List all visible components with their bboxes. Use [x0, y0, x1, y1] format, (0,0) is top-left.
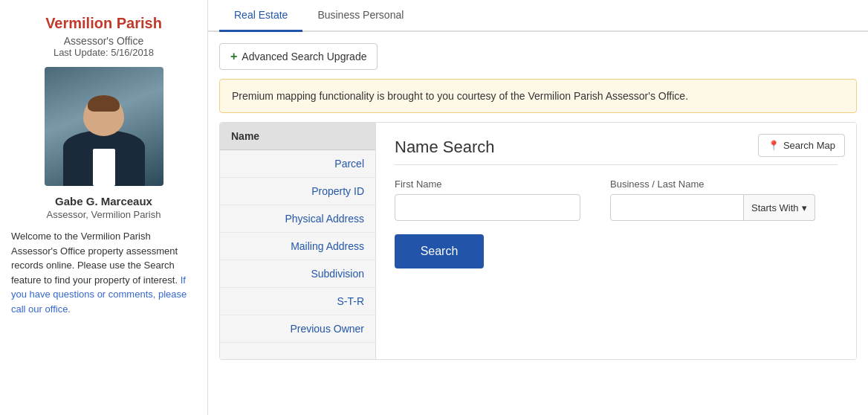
- nav-item-subdivision[interactable]: Subdivision: [220, 260, 375, 288]
- last-name-group: Business / Last Name Starts With ▾: [610, 178, 815, 221]
- nav-item-str[interactable]: S-T-R: [220, 288, 375, 315]
- advanced-search-button[interactable]: + Advanced Search Upgrade: [219, 43, 378, 70]
- search-map-label: Search Map: [783, 140, 835, 151]
- last-update: Last Update: 5/16/2018: [54, 47, 154, 58]
- last-name-with-dropdown: Starts With ▾: [610, 194, 815, 221]
- main-content: Real Estate Business Personal + Advanced…: [208, 0, 868, 415]
- nav-item-parcel[interactable]: Parcel: [220, 150, 375, 178]
- search-container: Name Parcel Property ID Physical Address…: [219, 122, 857, 360]
- office-name: Assessor's Office: [64, 35, 143, 47]
- search-nav-header: Name: [220, 123, 375, 150]
- first-name-group: First Name: [395, 178, 580, 221]
- last-name-label: Business / Last Name: [610, 178, 815, 190]
- advanced-search-label: Advanced Search Upgrade: [242, 51, 366, 62]
- search-map-button[interactable]: 📍 Search Map: [758, 134, 845, 157]
- sidebar-description: Welcome to the Vermilion Parish Assessor…: [11, 229, 196, 316]
- nav-item-previous-owner[interactable]: Previous Owner: [220, 315, 375, 343]
- avatar-shirt: [93, 149, 115, 186]
- description-text: Welcome to the Vermilion Parish Assessor…: [11, 231, 178, 286]
- first-name-input[interactable]: [395, 194, 580, 221]
- notice-text: Premium mapping functionality is brought…: [232, 90, 688, 102]
- starts-with-dropdown[interactable]: Starts With ▾: [744, 194, 815, 221]
- plus-icon: +: [230, 50, 237, 63]
- search-form: First Name Business / Last Name Starts W…: [395, 178, 838, 268]
- first-name-label: First Name: [395, 178, 580, 190]
- dropdown-label: Starts With: [751, 202, 799, 213]
- last-name-input[interactable]: [610, 194, 744, 221]
- search-panel: 📍 Search Map Name Search First Name: [376, 123, 856, 359]
- tabs-bar: Real Estate Business Personal: [208, 0, 868, 32]
- name-fields-row: First Name Business / Last Name Starts W…: [395, 178, 838, 221]
- chevron-down-icon: ▾: [802, 202, 807, 213]
- map-pin-icon: 📍: [768, 140, 780, 151]
- nav-item-physical-address[interactable]: Physical Address: [220, 205, 375, 233]
- avatar-body: [63, 130, 145, 186]
- tab-real-estate[interactable]: Real Estate: [219, 0, 302, 32]
- assessor-name: Gabe G. Marceaux: [55, 195, 152, 208]
- search-submit-button[interactable]: Search: [395, 234, 484, 268]
- sidebar: Vermilion Parish Assessor's Office Last …: [0, 0, 208, 415]
- tab-business-personal[interactable]: Business Personal: [302, 0, 418, 32]
- avatar-head: [83, 95, 124, 136]
- search-submit-label: Search: [421, 245, 459, 257]
- parish-title: Vermilion Parish: [45, 15, 162, 32]
- nav-item-mailing-address[interactable]: Mailing Address: [220, 233, 375, 260]
- search-nav: Name Parcel Property ID Physical Address…: [220, 123, 376, 359]
- avatar: [45, 67, 163, 186]
- avatar-hair: [88, 95, 120, 112]
- content-area: + Advanced Search Upgrade Premium mappin…: [208, 32, 868, 371]
- nav-item-property-id[interactable]: Property ID: [220, 178, 375, 205]
- assessor-role: Assessor, Vermilion Parish: [47, 209, 161, 220]
- notice-banner: Premium mapping functionality is brought…: [219, 79, 857, 113]
